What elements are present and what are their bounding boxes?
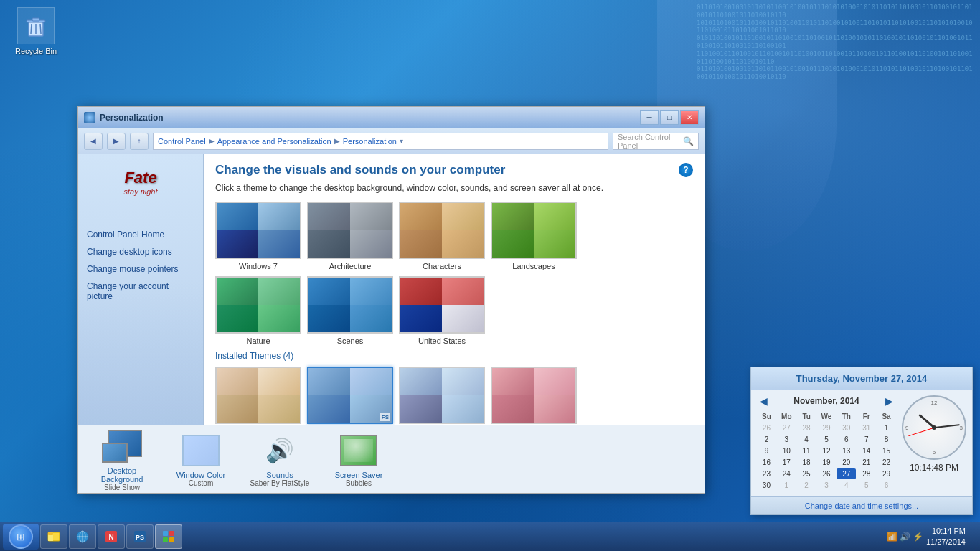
sidebar-link-account-picture[interactable]: Change your account picture: [87, 281, 169, 301]
tray-icon-network[interactable]: 📶: [887, 532, 897, 542]
bottom-item-screen-saver[interactable]: Screen Saver Bubbles: [326, 432, 391, 487]
tray-time[interactable]: 10:14 PM 11/27/2014: [926, 526, 966, 548]
cal-day-next-5[interactable]: 5: [857, 480, 876, 491]
cal-day-prev-31[interactable]: 31: [857, 423, 876, 433]
taskbar-btn-explorer[interactable]: [40, 524, 67, 549]
windows-logo-icon: ⊞: [17, 531, 25, 542]
breadcrumb-control-panel[interactable]: Control Panel: [158, 137, 206, 146]
cal-day-26[interactable]: 26: [817, 468, 837, 479]
taskbar-btn-browser[interactable]: [69, 524, 96, 549]
change-datetime-link[interactable]: Change date and time settings...: [751, 496, 972, 514]
cal-day-next-4[interactable]: 4: [837, 480, 856, 491]
cal-day-9[interactable]: 9: [757, 446, 776, 456]
cal-day-21[interactable]: 21: [857, 457, 876, 468]
cal-day-28[interactable]: 28: [857, 468, 876, 479]
show-desktop-button[interactable]: [969, 524, 973, 549]
cal-day-prev-27[interactable]: 27: [777, 423, 796, 433]
calendar-prev-button[interactable]: ◀: [757, 395, 771, 407]
cal-day-29[interactable]: 29: [877, 468, 896, 479]
close-button[interactable]: ✕: [680, 110, 699, 125]
cal-day-next-2[interactable]: 2: [797, 480, 816, 491]
theme-item-landscapes[interactable]: Landscapes: [491, 202, 577, 270]
theme-item-characters[interactable]: Characters: [399, 202, 485, 270]
cal-day-16[interactable]: 16: [757, 457, 776, 468]
theme-item-windows7[interactable]: Windows 7: [215, 202, 301, 270]
thumb-q4: [258, 305, 300, 332]
help-icon[interactable]: ?: [679, 163, 693, 177]
cal-day-next-1[interactable]: 1: [777, 480, 796, 491]
forward-button[interactable]: ▶: [107, 133, 126, 150]
cal-day-27-today[interactable]: 27: [837, 468, 856, 479]
cal-day-2[interactable]: 2: [757, 434, 776, 445]
cal-day-6[interactable]: 6: [837, 434, 856, 445]
cal-day-11[interactable]: 11: [797, 446, 816, 456]
search-box[interactable]: Search Control Panel 🔍: [613, 133, 699, 150]
theme-thumb-terminus: [491, 367, 577, 424]
bottom-item-window-color[interactable]: Window Color Custom: [169, 432, 233, 487]
breadcrumb-appearance[interactable]: Appearance and Personalization: [217, 137, 331, 146]
cal-day-17[interactable]: 17: [777, 457, 796, 468]
cal-day-prev-29[interactable]: 29: [817, 423, 837, 433]
sidebar-link-mouse-pointers[interactable]: Change mouse pointers: [87, 264, 178, 274]
cal-day-18[interactable]: 18: [797, 457, 816, 468]
cal-day-15[interactable]: 15: [877, 446, 896, 456]
minimize-button[interactable]: ─: [640, 110, 659, 125]
bottom-item-desktop-bg[interactable]: Desktop Background Slide Show: [90, 428, 154, 491]
sidebar-link-desktop-icons[interactable]: Change desktop icons: [87, 247, 172, 257]
cal-day-20[interactable]: 20: [837, 457, 856, 468]
recycle-bin-icon[interactable]: Recycle Bin: [11, 7, 61, 55]
theme-item-saber[interactable]: FS Saber By FlatStyle: [307, 367, 393, 425]
cal-day-5[interactable]: 5: [817, 434, 837, 445]
sidebar-link-home[interactable]: Control Panel Home: [87, 230, 164, 240]
cal-day-14[interactable]: 14: [857, 446, 876, 456]
sidebar: Fate stay night Control Panel Home Chang…: [78, 154, 204, 425]
cal-day-prev-28[interactable]: 28: [797, 423, 816, 433]
cal-day-13[interactable]: 13: [837, 446, 856, 456]
thumb-q3: [492, 230, 534, 258]
tray-icon-volume[interactable]: 🔊: [900, 532, 910, 542]
taskbar-btn-app1[interactable]: N: [98, 524, 125, 549]
cal-day-1[interactable]: 1: [877, 423, 896, 433]
start-button[interactable]: ⊞: [3, 524, 39, 550]
sidebar-item-home[interactable]: Control Panel Home: [78, 226, 203, 243]
cal-day-7[interactable]: 7: [857, 434, 876, 445]
theme-item-nature[interactable]: Nature: [215, 276, 301, 345]
cal-day-8[interactable]: 8: [877, 434, 896, 445]
cal-day-30[interactable]: 30: [757, 480, 776, 491]
cal-day-12[interactable]: 12: [817, 446, 837, 456]
theme-name-united-states: United States: [418, 336, 466, 345]
theme-item-scenes[interactable]: Scenes: [307, 276, 393, 345]
sidebar-item-desktop-icons[interactable]: Change desktop icons: [78, 243, 203, 260]
calendar-next-button[interactable]: ▶: [882, 395, 896, 407]
themes-scroll-container[interactable]: Windows 7 Architecture: [215, 202, 693, 425]
breadcrumb-personalization[interactable]: Personalization: [343, 137, 397, 146]
cal-day-24[interactable]: 24: [777, 468, 796, 479]
cal-day-3[interactable]: 3: [777, 434, 796, 445]
cal-day-23[interactable]: 23: [757, 468, 776, 479]
bottom-label-desktop-bg: Desktop Background: [90, 466, 154, 484]
cal-day-25[interactable]: 25: [797, 468, 816, 479]
sidebar-item-account-picture[interactable]: Change your account picture: [78, 278, 203, 305]
maximize-button[interactable]: □: [660, 110, 679, 125]
sidebar-item-mouse-pointers[interactable]: Change mouse pointers: [78, 260, 203, 278]
bottom-item-sounds[interactable]: 🔊 Sounds Saber By FlatStyle: [248, 432, 312, 487]
tray-icon-battery[interactable]: ⚡: [913, 532, 923, 542]
cal-day-19[interactable]: 19: [817, 457, 837, 468]
theme-item-terminus[interactable]: Terminus Est By ...: [491, 367, 577, 425]
taskbar-btn-control-panel[interactable]: [155, 524, 182, 549]
cal-day-10[interactable]: 10: [777, 446, 796, 456]
cal-day-prev-26[interactable]: 26: [757, 423, 776, 433]
theme-item-united-states[interactable]: United States: [399, 276, 485, 345]
cal-day-22[interactable]: 22: [877, 457, 896, 468]
taskbar-btn-app2[interactable]: PS: [126, 524, 154, 549]
cal-day-prev-30[interactable]: 30: [837, 423, 856, 433]
back-button[interactable]: ◀: [84, 133, 103, 150]
theme-item-angel-beats[interactable]: Angel Beats v2 By HT: [215, 367, 301, 425]
thumb-q2: [350, 368, 392, 395]
cal-day-next-6[interactable]: 6: [877, 480, 896, 491]
theme-item-shiba[interactable]: Shiba Tatsuya by ...: [399, 367, 485, 425]
theme-item-architecture[interactable]: Architecture: [307, 202, 393, 270]
cal-day-next-3[interactable]: 3: [817, 480, 837, 491]
up-button[interactable]: ↑: [130, 133, 149, 150]
cal-day-4[interactable]: 4: [797, 434, 816, 445]
